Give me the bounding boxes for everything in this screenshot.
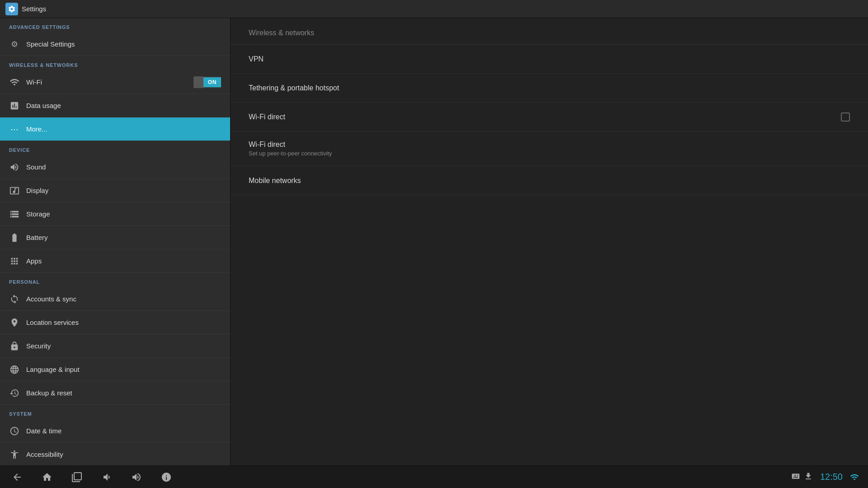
content-area: Wireless & networks VPN Tethering & port…	[231, 18, 868, 465]
sidebar-item-wifi[interactable]: Wi-Fi ON	[0, 70, 230, 94]
backup-reset-label: Backup & reset	[26, 389, 72, 397]
wifi-direct-checkbox[interactable]	[841, 113, 850, 122]
wifi-direct-header-title: Wi-Fi direct	[249, 113, 841, 121]
sidebar: ADVANCED SETTINGS ⚙ Special Settings WIR…	[0, 18, 231, 465]
download-icon	[804, 472, 813, 483]
sidebar-item-backup-reset[interactable]: Backup & reset	[0, 381, 230, 405]
wifi-toggle-label: ON	[203, 77, 221, 87]
keyboard-icon	[791, 472, 800, 483]
clock-icon	[9, 426, 20, 436]
wifi-direct-detail-title: Wi-Fi direct	[249, 141, 850, 149]
section-label-advanced: ADVANCED SETTINGS	[0, 18, 230, 33]
data-usage-icon	[9, 100, 20, 111]
location-icon	[9, 317, 20, 328]
storage-icon	[9, 209, 20, 220]
main-layout: ADVANCED SETTINGS ⚙ Special Settings WIR…	[0, 18, 868, 465]
sidebar-item-data-usage[interactable]: Data usage	[0, 94, 230, 117]
date-time-label: Date & time	[26, 427, 61, 435]
sidebar-item-accounts-sync[interactable]: Accounts & sync	[0, 287, 230, 311]
nav-wifi-icon	[850, 473, 859, 482]
wifi-icon	[9, 77, 20, 88]
sync-icon	[9, 294, 20, 305]
sound-icon	[9, 162, 20, 173]
section-label-wireless: WIRELESS & NETWORKS	[0, 56, 230, 70]
sound-label: Sound	[26, 163, 46, 171]
sidebar-item-language-input[interactable]: Language & input	[0, 358, 230, 381]
accounts-sync-label: Accounts & sync	[26, 295, 76, 303]
section-label-device: DEVICE	[0, 141, 230, 155]
wifi-toggle[interactable]: ON	[193, 76, 221, 88]
accessibility-icon	[9, 449, 20, 460]
wifi-direct-detail-subtitle: Set up peer-to-peer connectivity	[249, 150, 850, 157]
navbar: 12:50	[0, 465, 868, 488]
mobile-networks-title: Mobile networks	[249, 177, 850, 185]
language-input-label: Language & input	[26, 366, 80, 373]
menu-button[interactable]	[158, 469, 175, 485]
sidebar-item-accessibility[interactable]: Accessibility	[0, 443, 230, 465]
apps-icon	[9, 256, 20, 267]
display-label: Display	[26, 187, 48, 194]
system-time: 12:50	[820, 472, 843, 482]
sidebar-item-special-settings[interactable]: ⚙ Special Settings	[0, 33, 230, 56]
accessibility-label: Accessibility	[26, 450, 63, 458]
sidebar-item-security[interactable]: Security	[0, 334, 230, 358]
home-button[interactable]	[39, 469, 55, 485]
security-icon	[9, 341, 20, 352]
sidebar-item-display[interactable]: Display	[0, 179, 230, 202]
storage-label: Storage	[26, 210, 50, 218]
battery-icon	[9, 232, 20, 243]
volume-up-button[interactable]	[128, 469, 145, 485]
language-icon	[9, 364, 20, 375]
app-title: Settings	[22, 5, 46, 13]
sidebar-item-location-services[interactable]: Location services	[0, 311, 230, 334]
security-label: Security	[26, 342, 51, 350]
back-button[interactable]	[9, 469, 25, 485]
battery-label: Battery	[26, 234, 48, 241]
content-item-vpn[interactable]: VPN	[231, 45, 868, 74]
location-services-label: Location services	[26, 319, 79, 326]
display-icon	[9, 185, 20, 196]
backup-icon	[9, 388, 20, 399]
special-settings-icon: ⚙	[9, 39, 20, 50]
content-item-wifi-direct-header[interactable]: Wi-Fi direct	[231, 103, 868, 131]
more-label: More...	[26, 125, 47, 133]
sidebar-item-date-time[interactable]: Date & time	[0, 419, 230, 443]
titlebar: Settings	[0, 0, 868, 18]
sidebar-item-battery[interactable]: Battery	[0, 226, 230, 249]
nav-system-icons	[791, 472, 813, 483]
tethering-title: Tethering & portable hotspot	[249, 84, 850, 92]
sidebar-item-storage[interactable]: Storage	[0, 202, 230, 226]
more-icon: ⋯	[9, 124, 20, 135]
recents-button[interactable]	[69, 469, 85, 485]
content-item-wifi-direct-detail[interactable]: Wi-Fi direct Set up peer-to-peer connect…	[231, 131, 868, 166]
content-item-tethering[interactable]: Tethering & portable hotspot	[231, 74, 868, 103]
settings-icon	[5, 3, 18, 15]
data-usage-label: Data usage	[26, 102, 61, 109]
sidebar-item-apps[interactable]: Apps	[0, 249, 230, 273]
nav-right: 12:50	[791, 472, 859, 483]
apps-label: Apps	[26, 257, 42, 265]
content-item-mobile-networks[interactable]: Mobile networks	[231, 166, 868, 195]
vpn-title: VPN	[249, 55, 850, 63]
content-section-title: Wireless & networks	[231, 18, 868, 45]
section-label-personal: PERSONAL	[0, 273, 230, 287]
section-label-system: SYSTEM	[0, 405, 230, 419]
special-settings-label: Special Settings	[26, 40, 75, 48]
nav-left	[9, 469, 175, 485]
volume-down-button[interactable]	[99, 469, 115, 485]
sidebar-item-sound[interactable]: Sound	[0, 155, 230, 179]
wifi-label: Wi-Fi	[26, 78, 187, 86]
sidebar-item-more[interactable]: ⋯ More...	[0, 117, 230, 141]
